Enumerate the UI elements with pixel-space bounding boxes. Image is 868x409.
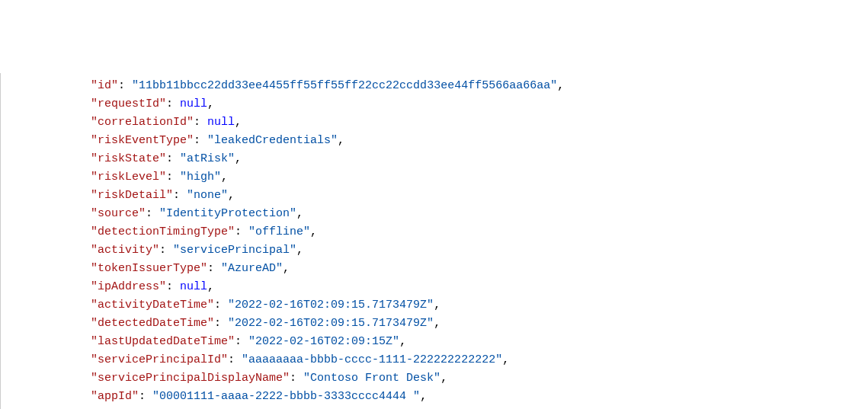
json-string: "atRisk" (180, 152, 235, 165)
comma: , (420, 390, 427, 403)
json-key: "tokenIssuerType" (91, 262, 207, 275)
comma: , (440, 372, 447, 385)
colon: : (235, 225, 248, 238)
json-key: "detectedDateTime" (91, 317, 214, 330)
code-line: "riskDetail": "none", (8, 187, 860, 205)
comma: , (235, 152, 242, 165)
json-null: null (180, 97, 207, 110)
colon: : (228, 353, 242, 366)
code-line: "source": "IdentityProtection", (8, 205, 860, 223)
colon: : (146, 207, 159, 220)
json-key: "detectionTimingType" (91, 225, 235, 238)
indent (8, 152, 91, 165)
json-string: "aaaaaaaa-bbbb-cccc-1111-222222222222" (242, 353, 502, 366)
comma: , (557, 79, 564, 92)
comma: , (434, 299, 440, 312)
colon: : (214, 317, 228, 330)
code-line: "servicePrincipalId": "aaaaaaaa-bbbb-ccc… (8, 351, 860, 369)
json-string: "2022-02-16T02:09:15.7173479Z" (228, 317, 434, 330)
code-line: "riskState": "atRisk", (8, 150, 860, 168)
code-line: "activity": "servicePrincipal", (8, 241, 860, 260)
colon: : (159, 244, 173, 257)
comma: , (296, 207, 303, 220)
colon: : (173, 189, 187, 202)
code-line: "servicePrincipalDisplayName": "Contoso … (8, 369, 860, 388)
json-string: "2022-02-16T02:09:15.7173479Z" (228, 299, 434, 312)
code-line: "requestId": null, (8, 95, 860, 113)
json-null: null (180, 280, 207, 293)
indent (8, 244, 91, 257)
comma: , (502, 353, 509, 366)
code-line: "tokenIssuerType": "AzureAD", (8, 260, 860, 278)
comma: , (221, 171, 228, 184)
json-key: "servicePrincipalId" (91, 353, 228, 366)
json-null: null (207, 116, 235, 129)
colon: : (194, 116, 207, 129)
indent (8, 262, 91, 275)
code-line: "lastUpdatedDateTime": "2022-02-16T02:09… (8, 333, 860, 351)
json-key: "source" (91, 207, 146, 220)
colon: : (118, 79, 132, 92)
code-line: "activityDateTime": "2022-02-16T02:09:15… (8, 296, 860, 315)
json-key: "riskLevel" (91, 171, 166, 184)
indent (8, 372, 91, 385)
comma: , (338, 134, 344, 147)
colon: : (235, 335, 248, 348)
json-key: "id" (91, 79, 118, 92)
code-line: "detectionTimingType": "offline", (8, 223, 860, 241)
code-line: "correlationId": null, (8, 113, 860, 132)
comma: , (207, 97, 214, 110)
colon: : (207, 262, 221, 275)
code-line: "riskEventType": "leakedCredentials", (8, 132, 860, 150)
json-string: "2022-02-16T02:09:15Z" (248, 335, 399, 348)
json-string: "AzureAD" (221, 262, 283, 275)
json-string: "servicePrincipal" (173, 244, 296, 257)
indent (8, 207, 91, 220)
indent (8, 335, 91, 348)
code-line: "detectedDateTime": "2022-02-16T02:09:15… (8, 315, 860, 333)
comma: , (296, 244, 303, 257)
indent (8, 189, 91, 202)
indent (8, 134, 91, 147)
code-line: "keyIds": [], (8, 406, 860, 409)
colon: : (166, 97, 180, 110)
code-line: "appId": "00001111-aaaa-2222-bbbb-3333cc… (8, 388, 860, 406)
code-line: "id": "11bb11bbcc22dd33ee4455ff55ff55ff2… (8, 77, 860, 95)
json-string: "leakedCredentials" (207, 134, 338, 147)
indent (8, 79, 91, 92)
json-key: "servicePrincipalDisplayName" (91, 372, 290, 385)
indent (8, 390, 91, 403)
code-block: "id": "11bb11bbcc22dd33ee4455ff55ff55ff2… (0, 73, 868, 409)
json-key: "lastUpdatedDateTime" (91, 335, 235, 348)
json-key: "correlationId" (91, 116, 194, 129)
colon: : (166, 280, 180, 293)
comma: , (207, 280, 214, 293)
colon: : (139, 390, 152, 403)
json-key: "activityDateTime" (91, 299, 214, 312)
comma: , (235, 116, 242, 129)
comma: , (434, 317, 440, 330)
json-string: "IdentityProtection" (159, 207, 296, 220)
colon: : (166, 171, 180, 184)
indent (8, 353, 91, 366)
json-key: "riskDetail" (91, 189, 173, 202)
json-string: "11bb11bbcc22dd33ee4455ff55ff55ff22cc22c… (132, 79, 557, 92)
indent (8, 280, 91, 293)
indent (8, 97, 91, 110)
json-key: "requestId" (91, 97, 166, 110)
colon: : (194, 134, 207, 147)
json-key: "ipAddress" (91, 280, 166, 293)
json-key: "riskEventType" (91, 134, 194, 147)
indent (8, 116, 91, 129)
indent (8, 225, 91, 238)
comma: , (310, 225, 317, 238)
json-string: "high" (180, 171, 221, 184)
indent (8, 317, 91, 330)
code-line: "ipAddress": null, (8, 278, 860, 296)
code-line: "riskLevel": "high", (8, 168, 860, 187)
json-string: "00001111-aaaa-2222-bbbb-3333cccc4444 " (152, 390, 420, 403)
colon: : (166, 152, 180, 165)
colon: : (290, 372, 303, 385)
json-string: "Contoso Front Desk" (303, 372, 440, 385)
json-key: "activity" (91, 244, 159, 257)
